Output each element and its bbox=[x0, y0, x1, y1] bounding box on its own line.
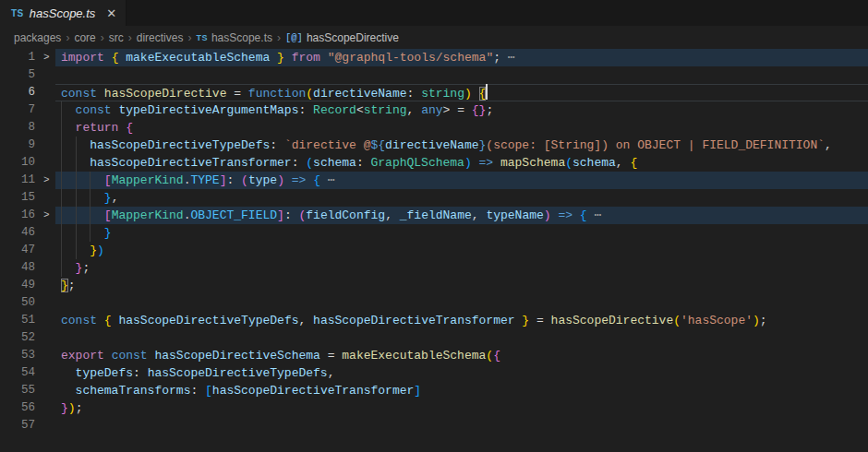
code-line-56[interactable]: 56}); bbox=[0, 399, 868, 417]
tab-title: hasScope.ts bbox=[30, 6, 96, 20]
code-line-50[interactable]: 50 bbox=[0, 294, 868, 312]
line-number: 7 bbox=[0, 101, 35, 119]
code-line-10[interactable]: 10 hasScopeDirectiveTransformer: (schema… bbox=[0, 154, 868, 172]
code-line-54[interactable]: 54 typeDefs: hasScopeDirectiveTypeDefs, bbox=[0, 364, 868, 382]
gutter-spacer bbox=[35, 382, 61, 399]
code-line-7[interactable]: 7 const typeDirectiveArgumentMaps: Recor… bbox=[0, 101, 868, 119]
gutter-spacer bbox=[35, 277, 61, 294]
line-number: 49 bbox=[0, 277, 35, 294]
code-text: [MapperKind.TYPE]: (type) => { ⋯ bbox=[61, 172, 335, 189]
code-text: }, bbox=[61, 189, 118, 207]
gutter-spacer bbox=[35, 329, 61, 347]
fold-chevron-icon[interactable]: > bbox=[35, 49, 61, 66]
breadcrumb-item-directives[interactable]: directives bbox=[137, 31, 184, 44]
line-number: 46 bbox=[0, 224, 35, 242]
line-number: 52 bbox=[0, 329, 35, 347]
gutter-spacer bbox=[35, 137, 61, 154]
code-line-15[interactable]: 15 }, bbox=[0, 189, 868, 207]
code-line-48[interactable]: 48 }; bbox=[0, 259, 868, 277]
code-line-49[interactable]: 49}; bbox=[0, 277, 868, 294]
breadcrumb-separator-icon: › bbox=[66, 31, 69, 44]
code-line-5[interactable]: 5 bbox=[0, 66, 868, 84]
gutter-spacer bbox=[35, 312, 61, 329]
line-number: 9 bbox=[0, 137, 35, 154]
line-number: 11 bbox=[0, 172, 35, 189]
fold-chevron-icon[interactable]: > bbox=[35, 172, 61, 189]
editor[interactable]: 1>import { makeExecutableSchema } from "… bbox=[0, 49, 868, 452]
breadcrumb-item-core[interactable]: core bbox=[74, 31, 95, 44]
code-line-51[interactable]: 51const { hasScopeDirectiveTypeDefs, has… bbox=[0, 312, 868, 329]
gutter-spacer bbox=[35, 66, 61, 84]
breadcrumb-item-label: hasScopeDirective bbox=[307, 31, 399, 44]
line-number: 16 bbox=[0, 207, 35, 224]
gutter-spacer bbox=[35, 242, 61, 259]
breadcrumb-item-hasscopedirective[interactable]: [@]hasScopeDirective bbox=[285, 31, 399, 44]
gutter-spacer bbox=[35, 259, 61, 277]
gutter-spacer bbox=[35, 347, 61, 364]
gutter-spacer bbox=[35, 399, 61, 417]
gutter-spacer bbox=[35, 224, 61, 242]
code-text: }); bbox=[61, 399, 82, 417]
fold-chevron-icon[interactable]: > bbox=[35, 207, 61, 224]
code-text: [MapperKind.OBJECT_FIELD]: (fieldConfig,… bbox=[61, 207, 601, 224]
gutter-spacer bbox=[35, 84, 61, 101]
line-number: 56 bbox=[0, 399, 35, 417]
code-line-53[interactable]: 53export const hasScopeDirectiveSchema =… bbox=[0, 347, 868, 364]
code-text: schemaTransforms: [hasScopeDirectiveTran… bbox=[61, 382, 421, 399]
code-line-11[interactable]: 11> [MapperKind.TYPE]: (type) => { ⋯ bbox=[0, 172, 868, 189]
gutter-spacer bbox=[35, 101, 61, 119]
code-text: } bbox=[61, 224, 112, 242]
code-text: return { bbox=[61, 119, 133, 137]
code-text: typeDefs: hasScopeDirectiveTypeDefs, bbox=[61, 364, 335, 382]
gutter-spacer bbox=[35, 364, 61, 382]
breadcrumb-separator-icon: › bbox=[187, 31, 191, 44]
editor-lines: 1>import { makeExecutableSchema } from "… bbox=[0, 49, 868, 452]
code-text: import { makeExecutableSchema } from "@g… bbox=[61, 49, 515, 66]
line-number: 10 bbox=[0, 154, 35, 172]
breadcrumb-item-hasscope-ts[interactable]: TShasScope.ts bbox=[196, 31, 272, 44]
breadcrumb-separator-icon: › bbox=[101, 31, 104, 44]
line-number: 6 bbox=[0, 84, 35, 101]
code-line-16[interactable]: 16> [MapperKind.OBJECT_FIELD]: (fieldCon… bbox=[0, 207, 868, 224]
breadcrumb: packages›core›src›directives›TShasScope.… bbox=[0, 26, 868, 49]
line-number: 50 bbox=[0, 294, 35, 312]
code-line-57[interactable]: 57 bbox=[0, 417, 868, 434]
code-text: }) bbox=[61, 242, 104, 259]
breadcrumb-item-label: core bbox=[74, 31, 95, 44]
code-text: const hasScopeDirective = function(direc… bbox=[61, 84, 488, 101]
close-icon[interactable]: ✕ bbox=[106, 6, 116, 20]
code-line-46[interactable]: 46 } bbox=[0, 224, 868, 242]
line-number: 5 bbox=[0, 66, 35, 84]
code-text: export const hasScopeDirectiveSchema = m… bbox=[61, 347, 500, 364]
line-number: 1 bbox=[0, 49, 35, 66]
gutter-spacer bbox=[35, 417, 61, 434]
tab-hasscope[interactable]: TS hasScope.ts ✕ bbox=[0, 0, 127, 26]
code-text: hasScopeDirectiveTransformer: (schema: G… bbox=[61, 154, 637, 172]
breadcrumb-item-label: hasScope.ts bbox=[211, 31, 272, 44]
gutter-spacer bbox=[35, 154, 61, 172]
code-line-52[interactable]: 52 bbox=[0, 329, 868, 347]
gutter-spacer bbox=[35, 294, 61, 312]
code-text: }; bbox=[61, 259, 90, 277]
code-line-47[interactable]: 47 }) bbox=[0, 242, 868, 259]
code-text: hasScopeDirectiveTypeDefs: `directive @$… bbox=[61, 137, 832, 154]
line-number: 53 bbox=[0, 347, 35, 364]
code-line-1[interactable]: 1>import { makeExecutableSchema } from "… bbox=[0, 49, 868, 66]
line-number: 8 bbox=[0, 119, 35, 137]
breadcrumb-separator-icon: › bbox=[128, 31, 132, 44]
line-number: 54 bbox=[0, 364, 35, 382]
code-line-6[interactable]: 6const hasScopeDirective = function(dire… bbox=[0, 84, 868, 101]
line-number: 57 bbox=[0, 417, 35, 434]
breadcrumb-item-label: packages bbox=[14, 31, 61, 44]
code-text: const { hasScopeDirectiveTypeDefs, hasSc… bbox=[61, 312, 767, 329]
breadcrumb-item-packages[interactable]: packages bbox=[14, 31, 61, 44]
line-number: 15 bbox=[0, 189, 35, 207]
breadcrumb-item-src[interactable]: src bbox=[109, 31, 124, 44]
ts-file-icon: TS bbox=[196, 33, 208, 42]
breadcrumb-separator-icon: › bbox=[277, 31, 281, 44]
text-cursor bbox=[486, 84, 488, 100]
code-line-9[interactable]: 9 hasScopeDirectiveTypeDefs: `directive … bbox=[0, 137, 868, 154]
code-line-8[interactable]: 8 return { bbox=[0, 119, 868, 137]
code-line-55[interactable]: 55 schemaTransforms: [hasScopeDirectiveT… bbox=[0, 382, 868, 399]
code-text: }; bbox=[61, 277, 76, 294]
